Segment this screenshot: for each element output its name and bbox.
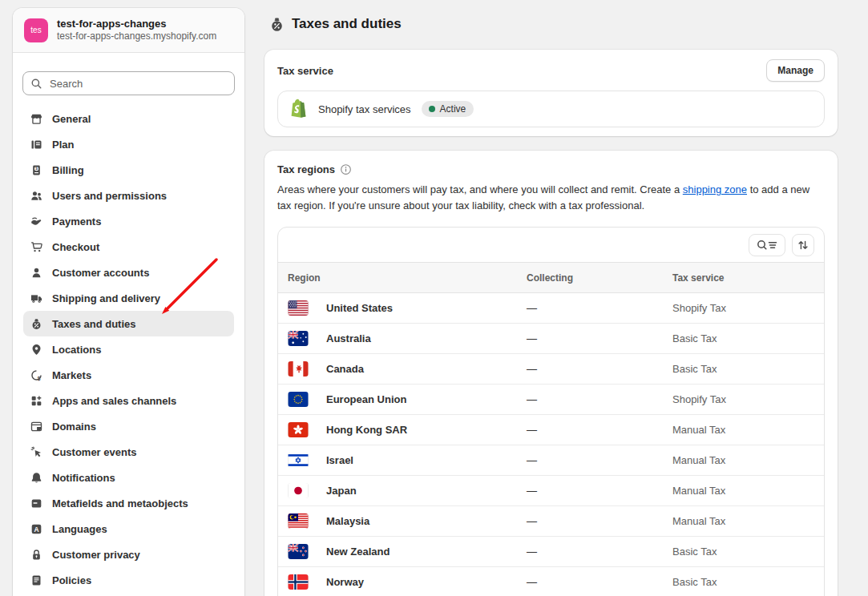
tax-service-card: Tax service Manage Shopify tax services …: [264, 50, 838, 136]
truck-icon: [30, 292, 42, 304]
cart-icon: [30, 241, 42, 253]
table-row-norway[interactable]: Norway — Basic Tax: [278, 567, 824, 596]
table-toolbar: [278, 228, 824, 262]
sidebar-item-shipping-and-delivery[interactable]: Shipping and delivery: [23, 285, 234, 311]
tax-service-value: Manual Tax: [672, 454, 824, 466]
table-row-canada[interactable]: Canada — Basic Tax: [278, 354, 824, 385]
sidebar-item-label: Shipping and delivery: [52, 292, 160, 304]
column-header-region[interactable]: Region: [278, 272, 527, 284]
sidebar-item-domains[interactable]: Domains: [23, 413, 234, 439]
sidebar-item-label: Checkout: [52, 241, 99, 253]
tax-service-row[interactable]: Shopify tax services Active: [277, 91, 825, 127]
sidebar-item-general[interactable]: General: [23, 106, 234, 131]
store-icon: [30, 113, 42, 125]
search-filter-button[interactable]: [749, 234, 785, 256]
tax-service-value: Shopify Tax: [672, 393, 824, 405]
sidebar-item-label: Users and permissions: [52, 190, 167, 202]
sidebar-item-label: Policies: [52, 574, 91, 586]
sidebar-search[interactable]: [22, 71, 235, 95]
domains-icon: [30, 421, 42, 433]
markets-icon: [30, 369, 42, 381]
sidebar-item-label: Taxes and duties: [52, 318, 136, 330]
column-header-tax-service[interactable]: Tax service: [672, 272, 824, 284]
sidebar-item-markets[interactable]: Markets: [23, 362, 234, 388]
sort-button[interactable]: [792, 234, 814, 256]
tax-regions-card-title: Tax regions: [277, 163, 335, 175]
region-name: Australia: [326, 332, 371, 344]
page-title: Taxes and duties: [292, 16, 402, 32]
tax-service-provider: Shopify tax services: [318, 103, 411, 115]
users-icon: [30, 190, 42, 202]
table-row-european-union[interactable]: European Union — Shopify Tax: [278, 385, 824, 415]
store-domain: test-for-apps-changes.myshopify.com: [57, 30, 216, 42]
collecting-value: —: [527, 393, 672, 405]
sidebar-item-checkout[interactable]: Checkout: [23, 234, 234, 260]
table-row-australia[interactable]: Australia — Basic Tax: [278, 324, 824, 354]
column-header-collecting[interactable]: Collecting: [527, 272, 672, 284]
tax-service-value: Manual Tax: [672, 515, 824, 527]
manage-button[interactable]: Manage: [766, 59, 825, 82]
sidebar-item-label: Metafields and metaobjects: [52, 497, 188, 509]
info-icon[interactable]: [340, 163, 352, 175]
flag-norway-icon: [288, 574, 309, 590]
table-row-malaysia[interactable]: Malaysia — Manual Tax: [278, 506, 824, 537]
flag-new-zealand-icon: [288, 544, 309, 559]
search-icon: [30, 78, 42, 90]
tax-regions-description: Areas where your customers will pay tax,…: [277, 182, 825, 214]
collecting-value: —: [527, 454, 672, 466]
collecting-value: —: [527, 546, 672, 558]
collecting-value: —: [527, 576, 672, 588]
region-name: New Zealand: [326, 546, 390, 558]
table-row-new-zealand[interactable]: New Zealand — Basic Tax: [278, 537, 824, 567]
region-name: Israel: [326, 454, 353, 466]
sidebar-item-notifications[interactable]: Notifications: [23, 465, 234, 490]
sidebar-item-label: Payments: [52, 215, 101, 228]
shipping-zone-link[interactable]: shipping zone: [683, 183, 747, 195]
sidebar-item-apps-and-sales-channels[interactable]: Apps and sales channels: [23, 388, 234, 413]
collecting-value: —: [527, 332, 672, 344]
collecting-value: —: [527, 485, 672, 497]
tax-service-value: Shopify Tax: [672, 302, 824, 314]
sidebar-item-languages[interactable]: Languages: [23, 516, 234, 542]
sidebar-item-payments[interactable]: Payments: [23, 208, 234, 234]
sidebar-item-customer-privacy[interactable]: Customer privacy: [23, 542, 234, 567]
sidebar-item-users-and-permissions[interactable]: Users and permissions: [23, 183, 234, 208]
table-header-row: Region Collecting Tax service: [278, 262, 824, 293]
sidebar-item-policies[interactable]: Policies: [23, 567, 234, 593]
sidebar-item-locations[interactable]: Locations: [23, 336, 234, 362]
sidebar-item-customer-events[interactable]: Customer events: [23, 439, 234, 465]
region-name: Hong Kong SAR: [326, 424, 407, 436]
sidebar-item-label: Apps and sales channels: [52, 395, 176, 407]
store-avatar: tes: [24, 18, 48, 42]
search-filter-icon: [756, 239, 778, 252]
table-row-united-states[interactable]: United States — Shopify Tax: [278, 293, 824, 324]
settings-nav: General Plan Billing Users and permissio…: [23, 106, 234, 593]
taxes-icon: [269, 17, 285, 32]
flag-australia-icon: [288, 331, 309, 346]
sidebar-item-label: Languages: [52, 523, 107, 535]
sidebar-item-taxes-and-duties[interactable]: Taxes and duties: [23, 311, 234, 336]
table-row-japan[interactable]: Japan — Manual Tax: [278, 476, 824, 506]
sidebar-item-plan[interactable]: Plan: [23, 131, 234, 157]
bell-icon: [30, 472, 42, 484]
lock-icon: [30, 549, 42, 561]
sidebar-item-billing[interactable]: Billing: [23, 157, 234, 183]
sidebar-item-label: Customer privacy: [52, 549, 140, 561]
table-row-hong-kong-sar[interactable]: Hong Kong SAR — Manual Tax: [278, 415, 824, 445]
flag-hong-kong-icon: [288, 422, 309, 437]
collecting-value: —: [527, 424, 672, 436]
flag-malaysia-icon: [288, 513, 309, 529]
sidebar-item-label: General: [52, 113, 91, 125]
store-header[interactable]: tes test-for-apps-changes test-for-apps-…: [13, 8, 244, 53]
shopify-settings-page: { "colors": { "accent_pink": "#ED3C95", …: [0, 0, 868, 596]
region-name: Norway: [326, 576, 364, 588]
status-badge: Active: [422, 101, 474, 117]
cursor-click-icon: [30, 446, 42, 458]
region-name: Canada: [326, 363, 364, 375]
sidebar-item-customer-accounts[interactable]: Customer accounts: [23, 260, 234, 285]
page-header: Taxes and duties: [269, 16, 402, 32]
search-input[interactable]: [48, 77, 227, 91]
collecting-value: —: [527, 363, 672, 375]
sidebar-item-metafields-and-metaobjects[interactable]: Metafields and metaobjects: [23, 490, 234, 516]
table-row-israel[interactable]: Israel — Manual Tax: [278, 445, 824, 476]
